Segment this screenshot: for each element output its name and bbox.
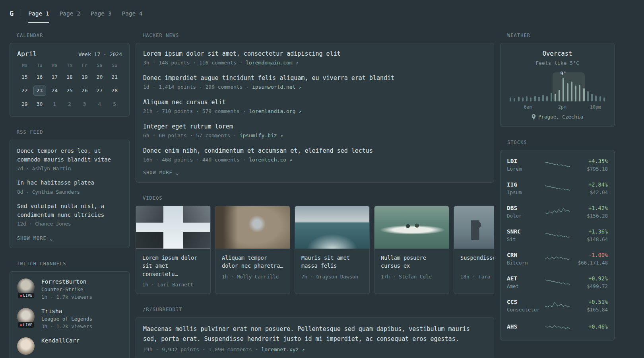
hacker-news-widget: HACKER NEWS Lorem ipsum dolor sit amet, …: [136, 33, 494, 183]
weather-location[interactable]: Prague, Czechia: [508, 114, 607, 120]
tab-page-4[interactable]: Page 4: [122, 8, 142, 19]
calendar-date[interactable]: 29: [17, 99, 32, 109]
hn-item[interactable]: Donec enim nibh, condimentum et accumsan…: [143, 147, 487, 163]
video-thumbnail[interactable]: [295, 206, 369, 249]
video-title[interactable]: Suspendisse diam: [460, 254, 494, 270]
stock-row[interactable]: LDILorem +4.35%$795.18: [507, 153, 608, 177]
rss-item-title[interactable]: Donec tempor eros leo, ut commodo mauris…: [17, 147, 122, 164]
video-thumbnail[interactable]: [374, 206, 449, 249]
channel-name[interactable]: Trisha: [41, 308, 92, 314]
stock-symbol[interactable]: SNRC: [507, 228, 543, 235]
stock-symbol[interactable]: LDI: [507, 158, 543, 164]
rss-item[interactable]: Sed volutpat nulla nisl, a condimentum n…: [17, 202, 122, 227]
stock-row[interactable]: IIGIpsum +2.84%$42.04: [507, 177, 608, 200]
video-title[interactable]: Nullam posuere cursus ex: [381, 254, 442, 270]
hn-item-title[interactable]: Aliquam nec cursus elit: [143, 99, 487, 106]
hn-item-title[interactable]: Integer eget rutrum lorem: [143, 123, 487, 130]
stock-symbol[interactable]: CRN: [507, 252, 543, 258]
calendar-date-next-month[interactable]: 5: [107, 99, 122, 109]
stock-row[interactable]: DBSDolor +1.42%$156.28: [507, 200, 608, 224]
video-thumbnail[interactable]: [215, 206, 290, 249]
stock-symbol[interactable]: CCS: [507, 299, 543, 305]
calendar-date[interactable]: 21: [107, 72, 122, 82]
stock-name: Consectetur: [507, 307, 543, 313]
twitch-widget-title: TWITCH CHANNELS: [17, 261, 130, 267]
calendar-date[interactable]: 15: [17, 72, 32, 82]
hn-item-title[interactable]: Lorem ipsum dolor sit amet, consectetur …: [143, 50, 487, 57]
rss-item[interactable]: Donec tempor eros leo, ut commodo mauris…: [17, 147, 122, 171]
stock-row[interactable]: AHS +0.46%: [507, 317, 608, 337]
hn-item[interactable]: Lorem ipsum dolor sit amet, consectetur …: [143, 50, 487, 66]
stock-row[interactable]: CRNBitcorn -1.00%$66,171.48: [507, 247, 608, 270]
tab-page-1[interactable]: Page 1: [28, 8, 49, 19]
rss-item-title[interactable]: In hac habitasse platea: [17, 179, 122, 187]
video-title[interactable]: Aliquam tempor dolor nec pharetra…: [222, 254, 283, 270]
calendar-date-next-month[interactable]: 3: [77, 99, 92, 109]
twitch-channel[interactable]: LIVE Trisha League of Legends 3h · 1.2k …: [17, 308, 122, 329]
stock-row[interactable]: AETAmet +0.92%$499.72: [507, 270, 608, 294]
stock-symbol[interactable]: AHS: [507, 323, 543, 330]
calendar-date[interactable]: 18: [62, 72, 77, 82]
video-card[interactable]: Suspendisse diam 18h · Tara: [454, 206, 494, 294]
rss-show-more-button[interactable]: SHOW MORE ⌄: [17, 235, 53, 241]
stock-symbol[interactable]: AET: [507, 275, 543, 282]
calendar-date[interactable]: 30: [32, 99, 47, 109]
video-card[interactable]: Aliquam tempor dolor nec pharetra… 1h · …: [215, 206, 290, 294]
calendar-dow: Sa: [92, 63, 107, 69]
middle-column: HACKER NEWS Lorem ipsum dolor sit amet, …: [136, 33, 494, 358]
calendar-date[interactable]: 20: [92, 72, 107, 82]
tab-page-2[interactable]: Page 2: [60, 8, 80, 19]
app-logo[interactable]: G: [10, 10, 14, 18]
calendar-date[interactable]: 19: [77, 72, 92, 82]
hn-show-more-button[interactable]: SHOW MORE ⌄: [143, 170, 179, 175]
source-link[interactable]: loremdomain.com: [246, 60, 292, 66]
hn-item[interactable]: Integer eget rutrum lorem 6h · 60 points…: [143, 123, 487, 138]
calendar-date-next-month[interactable]: 1: [47, 99, 62, 109]
source-link[interactable]: loremtech.co: [249, 157, 286, 163]
twitch-channel[interactable]: LIVE ForrestBurton Counter-Strike 1h · 1…: [17, 278, 122, 300]
hn-item-meta: 1d · 1,414 points · 299 comments · ipsum…: [143, 84, 487, 90]
hn-item[interactable]: Aliquam nec cursus elit 21h · 710 points…: [143, 99, 487, 114]
video-thumbnail[interactable]: [454, 206, 494, 249]
hn-item[interactable]: Donec imperdiet augue tincidunt felis al…: [143, 74, 487, 90]
subreddit-post[interactable]: Maecenas mollis pulvinar erat non posuer…: [143, 324, 487, 353]
subreddit-post-title[interactable]: Maecenas mollis pulvinar erat non posuer…: [143, 324, 487, 344]
channel-name[interactable]: ForrestBurton: [41, 278, 92, 285]
video-card[interactable]: Lorem ipsum dolor sit amet consectetu… 1…: [136, 206, 211, 294]
calendar-date[interactable]: 28: [107, 86, 122, 96]
source-link[interactable]: loremlandia.org: [249, 108, 295, 114]
calendar-date[interactable]: 22: [17, 86, 32, 96]
rss-item-title[interactable]: Sed volutpat nulla nisl, a condimentum n…: [17, 202, 122, 219]
rss-item[interactable]: In hac habitasse platea 8d · Cynthia Sau…: [17, 179, 122, 195]
hn-item-title[interactable]: Donec imperdiet augue tincidunt felis al…: [143, 74, 487, 82]
calendar-date[interactable]: 27: [92, 86, 107, 96]
calendar-date-next-month[interactable]: 2: [62, 99, 77, 109]
stock-symbol[interactable]: DBS: [507, 205, 543, 211]
twitch-channel[interactable]: KendallCarr: [17, 337, 122, 355]
video-card[interactable]: Nullam posuere cursus ex 17h · Stefan Co…: [374, 206, 449, 294]
calendar-date[interactable]: 25: [62, 86, 77, 96]
video-title[interactable]: Lorem ipsum dolor sit amet consectetu…: [142, 254, 204, 278]
video-thumbnail[interactable]: [136, 206, 210, 249]
calendar-date[interactable]: 26: [77, 86, 92, 96]
stock-row[interactable]: CCSConsectetur +0.51%$165.84: [507, 294, 608, 317]
stock-symbol[interactable]: IIG: [507, 181, 543, 188]
stock-row[interactable]: SNRCSit +1.36%$148.64: [507, 224, 608, 247]
video-card[interactable]: Mauris sit amet massa felis 7h · Grayson…: [295, 206, 370, 294]
calendar-date-next-month[interactable]: 4: [92, 99, 107, 109]
source-link[interactable]: loremnet.xyz: [261, 346, 299, 352]
source-link[interactable]: ipsumify.biz: [240, 132, 277, 138]
hn-item-title[interactable]: Donec enim nibh, condimentum et accumsan…: [143, 147, 487, 154]
weather-bar: [583, 88, 585, 101]
source-link[interactable]: ipsumworld.net: [252, 84, 296, 90]
tab-page-3[interactable]: Page 3: [91, 8, 111, 19]
stock-change: +1.42%: [573, 205, 608, 211]
calendar-date[interactable]: 17: [47, 72, 62, 82]
calendar-date-selected[interactable]: 23: [33, 86, 46, 96]
calendar-dow: We: [47, 63, 62, 69]
hn-item-meta: 6h · 60 points · 57 comments · ipsumify.…: [143, 132, 487, 138]
calendar-date[interactable]: 16: [32, 72, 47, 82]
calendar-date[interactable]: 24: [47, 86, 62, 96]
channel-name[interactable]: KendallCarr: [41, 337, 80, 344]
video-title[interactable]: Mauris sit amet massa felis: [301, 254, 363, 270]
